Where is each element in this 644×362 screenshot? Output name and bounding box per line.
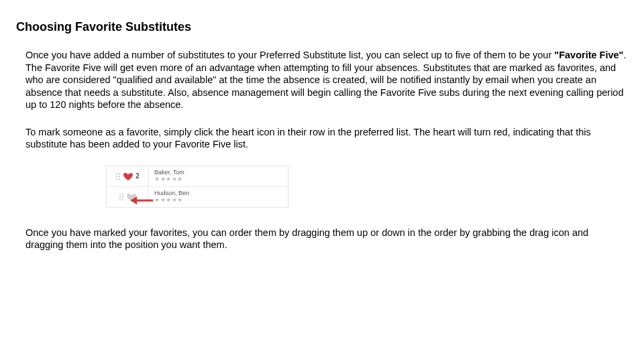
substitute-name: Baker, Tom [154, 170, 282, 176]
document-page: Choosing Favorite Substitutes Once you h… [0, 0, 644, 282]
substitute-name: Hudson, Ben [154, 190, 282, 196]
svg-point-7 [122, 194, 123, 195]
drag-handle-icon[interactable] [119, 193, 124, 201]
svg-point-5 [119, 178, 120, 180]
svg-point-3 [119, 176, 120, 177]
svg-point-1 [119, 173, 120, 174]
row-info: Hudson, Ben ★★★★★ [149, 190, 288, 203]
svg-point-11 [122, 199, 123, 200]
paragraph-3: Once you have marked your favorites, you… [25, 227, 628, 251]
rating-stars: ★★★★★ [154, 197, 282, 203]
svg-point-4 [116, 178, 117, 180]
paragraph-1: Once you have added a number of substitu… [25, 49, 628, 111]
svg-point-8 [119, 196, 121, 198]
svg-point-2 [116, 176, 117, 177]
rank-number: 2 [136, 172, 140, 180]
svg-marker-13 [130, 196, 137, 204]
paragraph-2: To mark someone as a favorite, simply cl… [25, 126, 628, 151]
svg-point-0 [116, 173, 117, 174]
row-controls: 2 [107, 166, 149, 186]
favorite-five-term: "Favorite Five" [554, 50, 623, 60]
text-run: Once you have added a number of substitu… [25, 50, 554, 60]
preferred-list-figure: 2 Baker, Tom ★★★★★ [106, 166, 288, 208]
favorite-heart-icon[interactable] [123, 172, 133, 180]
drag-handle-icon[interactable] [115, 172, 121, 180]
svg-point-9 [122, 196, 123, 198]
svg-point-10 [119, 199, 121, 200]
section-heading: Choosing Favorite Substitutes [16, 20, 628, 34]
pointer-arrow-icon [130, 196, 153, 206]
list-row: 2 Baker, Tom ★★★★★ [107, 166, 288, 187]
svg-point-6 [119, 194, 121, 195]
rating-stars: ★★★★★ [154, 176, 282, 182]
row-info: Baker, Tom ★★★★★ [149, 170, 288, 182]
body-block: Once you have added a number of substitu… [16, 49, 628, 251]
list-row: Hudson, Ben ★★★★★ [107, 187, 288, 207]
